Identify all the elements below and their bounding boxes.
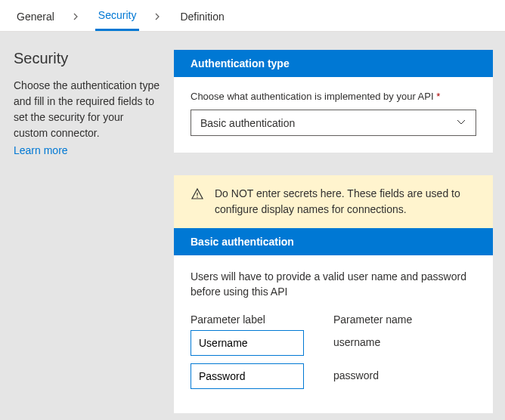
auth-type-header: Authentication type <box>174 50 493 77</box>
col-label-header: Parameter label <box>191 309 333 330</box>
auth-type-label: Choose what authentication is implemente… <box>191 91 476 102</box>
param-row-username: username <box>191 330 476 363</box>
basic-auth-header: Basic authentication <box>174 228 493 255</box>
param-name-value: username <box>333 330 476 363</box>
warning-icon <box>191 186 204 205</box>
param-label-input[interactable] <box>191 330 304 356</box>
page-description: Choose the authentication type and fill … <box>14 78 160 141</box>
param-label-input[interactable] <box>191 363 304 389</box>
auth-type-panel: Authentication type Choose what authenti… <box>174 50 493 153</box>
chevron-right-icon <box>154 13 162 23</box>
page-title: Security <box>14 50 160 67</box>
col-name-header: Parameter name <box>333 309 476 330</box>
basic-auth-description: Users will have to provide a valid user … <box>191 269 476 300</box>
content-area: Security Choose the authentication type … <box>0 32 505 420</box>
auth-type-selected: Basic authentication <box>200 117 295 129</box>
tab-general[interactable]: General <box>14 6 57 30</box>
tab-definition[interactable]: Definition <box>177 6 227 30</box>
param-row-password: password <box>191 363 476 397</box>
warning-banner: Do NOT enter secrets here. These fields … <box>174 175 493 228</box>
auth-type-select[interactable]: Basic authentication <box>191 110 476 136</box>
tab-security[interactable]: Security <box>95 5 140 31</box>
learn-more-link[interactable]: Learn more <box>14 144 68 156</box>
svg-point-1 <box>197 196 198 198</box>
chevron-down-icon <box>456 116 466 129</box>
sidebar: Security Choose the authentication type … <box>0 32 174 420</box>
tabs-nav: General Security Definition <box>0 0 505 32</box>
chevron-right-icon <box>73 13 80 23</box>
main-panel: Authentication type Choose what authenti… <box>174 32 505 420</box>
required-indicator: * <box>436 91 440 102</box>
warning-text: Do NOT enter secrets here. These fields … <box>215 186 476 218</box>
param-name-value: password <box>333 363 476 397</box>
param-header-row: Parameter label Parameter name <box>191 309 476 330</box>
basic-auth-panel: Do NOT enter secrets here. These fields … <box>174 175 493 413</box>
